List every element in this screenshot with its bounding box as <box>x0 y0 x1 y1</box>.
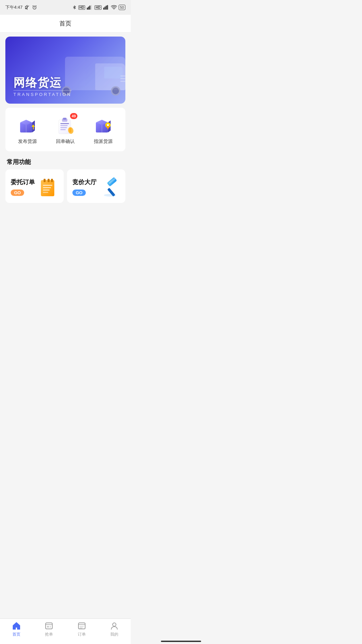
svg-point-10 <box>114 9 114 9</box>
bluetooth-icon <box>72 5 77 10</box>
signal-icon2 <box>103 5 109 10</box>
nav-label-mine: 我的 <box>110 632 118 637</box>
banner: 网络货运 TRANSPORTATION <box>5 37 125 104</box>
page-header: 首页 <box>0 15 131 33</box>
page-title: 首页 <box>59 20 71 27</box>
function-card-delegate[interactable]: 委托订单 GO <box>5 169 64 203</box>
svg-point-44 <box>104 194 116 197</box>
grab-nav-icon <box>45 622 53 630</box>
function-card-auction[interactable]: 竞价大厅 GO <box>67 169 125 203</box>
wifi-icon <box>111 5 117 10</box>
svg-rect-16 <box>33 127 34 129</box>
banner-text: 网络货运 TRANSPORTATION <box>13 76 72 97</box>
action-publish-icon-wrap <box>17 114 38 136</box>
svg-rect-4 <box>89 6 90 10</box>
banner-title: 网络货运 <box>13 76 72 89</box>
svg-rect-50 <box>50 627 51 628</box>
action-publish[interactable]: 发布货源 <box>14 114 41 145</box>
svg-rect-38 <box>43 187 51 188</box>
auction-hall-icon <box>100 177 120 197</box>
action-publish-label: 发布货源 <box>18 139 37 145</box>
status-bar: 下午4:47 HD HD <box>0 0 131 15</box>
nav-label-home: 首页 <box>12 632 20 637</box>
delegate-order-icon <box>38 177 58 197</box>
function-card-delegate-go: GO <box>11 190 24 196</box>
svg-rect-39 <box>43 190 50 191</box>
hd-label1: HD <box>78 5 85 10</box>
svg-rect-2 <box>87 8 88 10</box>
function-card-auction-name: 竞价大厅 <box>72 178 97 186</box>
nav-item-grab[interactable]: 抢单 <box>33 622 66 637</box>
svg-rect-8 <box>106 6 107 10</box>
svg-rect-37 <box>43 185 52 186</box>
truck-window <box>104 67 123 78</box>
svg-point-32 <box>107 124 109 126</box>
section-title: 常用功能 <box>7 159 31 165</box>
nav-item-order[interactable]: 订单 <box>65 622 98 637</box>
svg-rect-46 <box>46 623 52 629</box>
truck-wheel-rear <box>111 86 120 96</box>
function-card-auction-left: 竞价大厅 GO <box>72 178 97 196</box>
svg-rect-3 <box>88 7 89 10</box>
action-assign-icon-wrap <box>93 114 114 136</box>
function-grid: 委托订单 GO <box>5 169 125 203</box>
svg-rect-48 <box>47 626 49 628</box>
nav-item-home[interactable]: 首页 <box>0 622 33 637</box>
svg-rect-7 <box>105 7 106 10</box>
publish-icon <box>17 115 38 135</box>
svg-rect-19 <box>63 118 66 120</box>
battery-icon: 50 <box>119 5 125 10</box>
svg-rect-35 <box>48 179 50 182</box>
action-assign[interactable]: 指派货源 <box>90 114 117 145</box>
action-assign-label: 指派货源 <box>94 139 113 145</box>
svg-point-45 <box>15 625 17 627</box>
action-confirm-icon-wrap: 49 <box>55 114 76 136</box>
action-confirm-label: 回单确认 <box>56 139 75 145</box>
svg-point-56 <box>113 623 116 626</box>
assign-icon <box>93 115 113 135</box>
hd-label2: HD <box>95 5 101 10</box>
action-confirm[interactable]: 49 <box>52 114 79 145</box>
section-title-row: 常用功能 <box>0 155 131 169</box>
svg-rect-34 <box>44 179 46 182</box>
function-card-auction-go: GO <box>72 190 86 196</box>
status-right: HD HD 50 <box>72 5 125 10</box>
banner-subtitle: TRANSPORTATION <box>13 90 72 97</box>
status-left: 下午4:47 <box>5 4 37 10</box>
svg-rect-36 <box>51 179 53 182</box>
signal-icon1 <box>87 5 93 10</box>
svg-rect-20 <box>60 123 69 124</box>
home-nav-icon <box>12 622 21 630</box>
order-nav-icon <box>77 622 86 630</box>
bottom-nav: 首页 抢单 订单 我的 <box>0 619 131 644</box>
svg-rect-49 <box>50 626 51 627</box>
svg-rect-6 <box>103 8 104 10</box>
svg-rect-9 <box>107 5 108 10</box>
quick-actions: 发布货源 49 <box>5 108 125 151</box>
svg-rect-23 <box>60 129 66 130</box>
nav-label-order: 订单 <box>78 632 86 637</box>
mine-nav-icon <box>110 622 119 630</box>
svg-rect-25 <box>69 128 71 132</box>
action-confirm-badge: 49 <box>70 113 77 119</box>
mute-icon <box>24 5 30 10</box>
svg-rect-5 <box>91 5 92 10</box>
svg-rect-22 <box>60 127 67 128</box>
alarm-icon <box>32 5 37 10</box>
time-display: 下午4:47 <box>5 4 22 10</box>
function-card-delegate-left: 委托订单 GO <box>11 178 35 196</box>
nav-label-grab: 抢单 <box>45 632 53 637</box>
nav-item-mine[interactable]: 我的 <box>98 622 131 637</box>
svg-rect-21 <box>60 125 68 126</box>
svg-rect-40 <box>43 192 48 193</box>
function-card-delegate-name: 委托订单 <box>11 178 35 186</box>
truck-grille <box>120 72 125 85</box>
